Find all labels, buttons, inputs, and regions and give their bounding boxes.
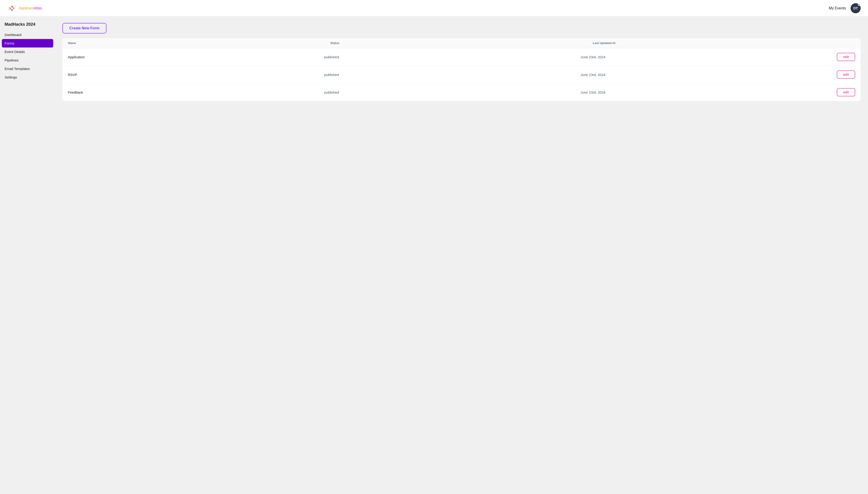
- svg-line-7: [10, 8, 12, 10]
- form-actions: edit: [837, 88, 855, 96]
- form-name: Feedback: [68, 90, 324, 94]
- col-header-last-updated: Last Updated At: [593, 41, 855, 45]
- form-name: RSVP: [68, 73, 324, 77]
- svg-line-6: [12, 8, 14, 10]
- avatar-online-dot: [858, 4, 860, 6]
- form-status: published: [324, 55, 580, 59]
- svg-line-4: [10, 6, 12, 8]
- svg-line-8: [9, 7, 10, 8]
- sidebar-item-email-templates[interactable]: Email Templates: [0, 64, 55, 73]
- col-header-status: Status: [330, 41, 593, 45]
- svg-line-5: [12, 6, 14, 8]
- avatar[interactable]: DT: [851, 3, 861, 13]
- sidebar-item-forms[interactable]: Forms: [2, 39, 53, 48]
- edit-button[interactable]: edit: [837, 53, 855, 61]
- logo: ApplicantAtlas: [7, 4, 42, 13]
- form-last-updated: June 23rd, 2024: [581, 73, 837, 77]
- form-actions: edit: [837, 71, 855, 79]
- edit-button[interactable]: edit: [837, 88, 855, 96]
- table-header: Name Status Last Updated At: [62, 38, 861, 48]
- form-last-updated: June 23rd, 2024: [581, 55, 837, 59]
- sidebar-event-name: MadHacks 2024: [0, 22, 55, 31]
- form-actions: edit: [837, 53, 855, 61]
- form-name: Application: [68, 55, 324, 59]
- main-content: Create New Form Name Status Last Updated…: [55, 17, 868, 494]
- form-last-updated: June 23rd, 2024: [581, 90, 837, 94]
- sidebar: MadHacks 2024 Dashboard Forms Event Deta…: [0, 17, 55, 494]
- table-row: RSVP published June 23rd, 2024 edit: [62, 66, 861, 83]
- logo-text: ApplicantAtlas: [19, 6, 42, 10]
- sidebar-item-settings[interactable]: Settings: [0, 73, 55, 81]
- form-status: published: [324, 73, 580, 77]
- table-row: Application published June 23rd, 2024 ed…: [62, 48, 861, 66]
- logo-icon: [7, 4, 17, 13]
- table-row: Feedback published June 23rd, 2024 edit: [62, 83, 861, 101]
- edit-button[interactable]: edit: [837, 71, 855, 79]
- header-right: My Events DT: [829, 3, 861, 13]
- sidebar-item-event-details[interactable]: Event Details: [0, 48, 55, 56]
- my-events-link[interactable]: My Events: [829, 6, 846, 10]
- form-status: published: [324, 90, 580, 94]
- forms-table: Name Status Last Updated At Application …: [62, 38, 861, 101]
- col-header-name: Name: [68, 41, 330, 45]
- create-new-form-button[interactable]: Create New Form: [62, 23, 107, 34]
- page-layout: MadHacks 2024 Dashboard Forms Event Deta…: [0, 17, 868, 494]
- sidebar-item-dashboard[interactable]: Dashboard: [0, 31, 55, 39]
- sidebar-item-pipelines[interactable]: Pipelines: [0, 56, 55, 64]
- svg-line-9: [9, 8, 10, 10]
- app-header: ApplicantAtlas My Events DT: [0, 0, 868, 17]
